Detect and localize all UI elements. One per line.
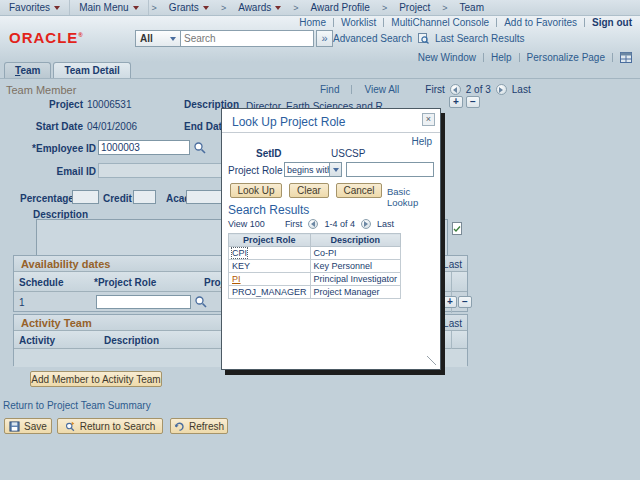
breadcrumb-award-profile[interactable]: Award Profile bbox=[302, 0, 379, 15]
separator bbox=[351, 85, 352, 94]
breadcrumb-main-menu[interactable]: Main Menu bbox=[70, 0, 148, 15]
look-up-button[interactable]: Look Up bbox=[230, 183, 282, 198]
refresh-button[interactable]: Refresh bbox=[170, 418, 228, 434]
operator-value: begins with bbox=[285, 165, 329, 175]
breadcrumb-awards[interactable]: Awards bbox=[229, 0, 290, 15]
nav-multichannel-console[interactable]: MultiChannel Console bbox=[391, 17, 489, 28]
separator bbox=[496, 18, 497, 27]
results-last-link[interactable]: Last bbox=[377, 219, 394, 229]
availability-row-schedule: 1 bbox=[19, 297, 25, 308]
next-arrow-icon bbox=[499, 87, 503, 93]
results-header-row: Project Role Description bbox=[229, 234, 401, 247]
breadcrumb-grants[interactable]: Grants bbox=[160, 0, 218, 15]
dropdown-arrow-icon bbox=[203, 6, 209, 10]
result-role-link[interactable]: CPI bbox=[232, 248, 247, 258]
add-member-button[interactable]: Add Member to Activity Team bbox=[30, 371, 162, 387]
project-label: Project bbox=[30, 99, 83, 110]
last-search-results-icon bbox=[418, 33, 429, 44]
tab-team-detail[interactable]: Team Detail bbox=[53, 62, 130, 78]
refresh-icon bbox=[174, 421, 185, 432]
employee-id-lookup-icon[interactable] bbox=[193, 141, 206, 154]
next-row-button[interactable] bbox=[496, 84, 507, 95]
dialog-help-link[interactable]: Help bbox=[411, 136, 432, 147]
breadcrumb-team[interactable]: Team bbox=[451, 0, 493, 15]
search-input[interactable] bbox=[181, 30, 314, 47]
prev-arrow-icon bbox=[311, 221, 315, 227]
breadcrumb: Favorites Main Menu > Grants > Awards > … bbox=[0, 0, 640, 16]
nav-home[interactable]: Home bbox=[299, 17, 326, 28]
results-table: Project Role Description CPI Co-PI KEY K… bbox=[228, 233, 401, 299]
view-all-link[interactable]: View All bbox=[364, 84, 399, 95]
activity-last-link[interactable]: Last bbox=[443, 318, 462, 329]
availability-last-link[interactable]: Last bbox=[443, 259, 462, 270]
find-link[interactable]: Find bbox=[320, 84, 339, 95]
employee-id-input[interactable] bbox=[98, 140, 190, 155]
save-icon bbox=[9, 421, 20, 432]
page-utility-bar: New Window Help Personalize Page bbox=[418, 52, 632, 63]
last-search-results-link[interactable]: Last Search Results bbox=[435, 33, 525, 44]
delete-row-button[interactable]: − bbox=[466, 96, 480, 108]
last-link[interactable]: Last bbox=[512, 84, 531, 95]
operator-select[interactable]: begins with bbox=[284, 162, 342, 177]
results-next-button[interactable] bbox=[361, 219, 371, 229]
clear-button[interactable]: Clear bbox=[289, 183, 329, 198]
results-column-project-role[interactable]: Project Role bbox=[229, 234, 311, 247]
cancel-button[interactable]: Cancel bbox=[336, 183, 382, 198]
help-link[interactable]: Help bbox=[491, 52, 512, 63]
chevron-down-icon bbox=[170, 37, 176, 41]
dropdown-arrow-icon bbox=[54, 6, 60, 10]
result-role-link[interactable]: PI bbox=[232, 274, 241, 284]
basic-lookup-link[interactable]: Basic Lookup bbox=[387, 186, 440, 208]
return-to-search-button[interactable]: Return to Search bbox=[57, 418, 163, 434]
search-scope-select[interactable]: All bbox=[135, 30, 181, 47]
resize-grip[interactable] bbox=[427, 356, 436, 365]
nav-worklist[interactable]: Worklist bbox=[341, 17, 376, 28]
table-row: CPI Co-PI bbox=[229, 247, 401, 260]
personalize-page-link[interactable]: Personalize Page bbox=[527, 52, 605, 63]
results-first-link[interactable]: First bbox=[285, 219, 303, 229]
availability-delete-row-button[interactable]: − bbox=[458, 296, 472, 308]
save-button[interactable]: Save bbox=[4, 418, 52, 434]
chevron-down-icon bbox=[329, 163, 341, 176]
breadcrumb-favorites[interactable]: Favorites bbox=[0, 0, 70, 15]
result-description[interactable]: Key Personnel bbox=[310, 260, 401, 273]
breadcrumb-label: Favorites bbox=[9, 2, 50, 13]
breadcrumb-label: Grants bbox=[169, 2, 199, 13]
result-description[interactable]: Principal Investigator bbox=[310, 273, 401, 286]
application-window: Favorites Main Menu > Grants > Awards > … bbox=[0, 0, 640, 480]
search-go-button[interactable]: » bbox=[316, 30, 333, 47]
tab-team[interactable]: Team bbox=[4, 62, 51, 78]
breadcrumb-project[interactable]: Project bbox=[390, 0, 439, 15]
start-date-value: 04/01/2006 bbox=[87, 121, 137, 132]
result-role-link[interactable]: KEY bbox=[232, 261, 250, 271]
next-arrow-icon bbox=[364, 221, 368, 227]
dialog-title-divider bbox=[222, 132, 440, 133]
spell-check-icon[interactable] bbox=[452, 222, 462, 235]
credit-input[interactable] bbox=[133, 190, 156, 204]
first-link[interactable]: First bbox=[425, 84, 444, 95]
project-role-search-input[interactable] bbox=[346, 162, 434, 177]
project-role-input[interactable] bbox=[96, 295, 191, 309]
percentage-input[interactable] bbox=[72, 190, 99, 204]
result-role-link[interactable]: PROJ_MANAGER bbox=[232, 287, 307, 297]
add-row-button[interactable]: + bbox=[449, 96, 463, 108]
grid-icon[interactable] bbox=[620, 52, 632, 63]
sign-out-link[interactable]: Sign out bbox=[592, 17, 632, 28]
separator bbox=[612, 53, 613, 62]
close-button[interactable]: × bbox=[422, 113, 435, 126]
return-to-summary-link[interactable]: Return to Project Team Summary bbox=[3, 400, 151, 411]
email-id-input[interactable] bbox=[98, 163, 228, 178]
nav-add-to-favorites[interactable]: Add to Favorites bbox=[504, 17, 577, 28]
results-previous-button[interactable] bbox=[308, 219, 318, 229]
results-column-description[interactable]: Description bbox=[310, 234, 401, 247]
availability-add-row-button[interactable]: + bbox=[443, 296, 457, 308]
result-description[interactable]: Project Manager bbox=[310, 286, 401, 299]
previous-row-button[interactable] bbox=[450, 84, 461, 95]
table-row: PROJ_MANAGER Project Manager bbox=[229, 286, 401, 299]
advanced-search-link[interactable]: Advanced Search bbox=[333, 33, 412, 44]
new-window-link[interactable]: New Window bbox=[418, 52, 476, 63]
view-100-link[interactable]: View 100 bbox=[228, 219, 265, 229]
return-to-search-icon bbox=[65, 421, 76, 432]
project-role-lookup-icon[interactable] bbox=[194, 295, 207, 308]
result-description[interactable]: Co-PI bbox=[310, 247, 401, 260]
